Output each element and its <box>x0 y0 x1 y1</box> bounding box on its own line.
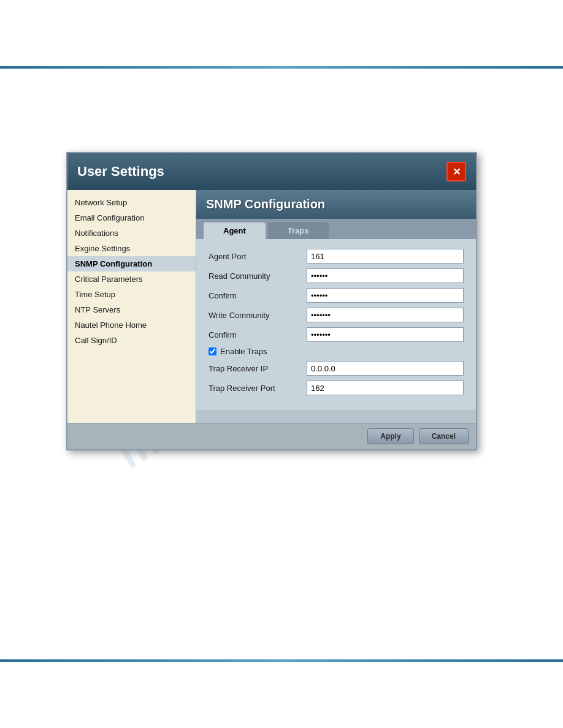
enable-traps-label[interactable]: Enable Traps <box>220 347 267 356</box>
top-decorative-bar <box>0 66 563 69</box>
tabs-row: Agent Traps <box>196 219 476 239</box>
confirm-read-label: Confirm <box>209 291 307 300</box>
dialog-body: Network Setup Email Configuration Notifi… <box>67 190 476 423</box>
read-community-input[interactable] <box>307 268 464 283</box>
sidebar-item-time-setup[interactable]: Time Setup <box>67 287 196 302</box>
sidebar: Network Setup Email Configuration Notifi… <box>67 190 196 423</box>
confirm-write-label: Confirm <box>209 330 307 339</box>
close-button[interactable]: ✕ <box>446 162 466 181</box>
sidebar-item-network-setup[interactable]: Network Setup <box>67 195 196 210</box>
sidebar-item-snmp-configuration[interactable]: SNMP Configuration <box>67 256 196 271</box>
dialog-header: User Settings ✕ <box>67 153 476 190</box>
agent-port-input[interactable] <box>307 249 464 264</box>
tab-traps[interactable]: Traps <box>268 222 329 239</box>
confirm-read-input[interactable] <box>307 288 464 303</box>
trap-receiver-port-input[interactable] <box>307 381 464 395</box>
read-community-row: Read Community <box>209 268 464 283</box>
cancel-button[interactable]: Cancel <box>419 428 469 444</box>
sidebar-item-exgine-settings[interactable]: Exgine Settings <box>67 241 196 256</box>
write-community-input[interactable] <box>307 308 464 322</box>
read-community-label: Read Community <box>209 271 307 281</box>
dialog-footer: Apply Cancel <box>67 423 476 449</box>
agent-port-row: Agent Port <box>209 249 464 264</box>
confirm-write-input[interactable] <box>307 327 464 342</box>
bottom-decorative-bar <box>0 659 563 662</box>
agent-port-label: Agent Port <box>209 252 307 261</box>
sidebar-item-ntp-servers[interactable]: NTP Servers <box>67 302 196 317</box>
sidebar-item-email-configuration[interactable]: Email Configuration <box>67 210 196 226</box>
write-community-label: Write Community <box>209 311 307 320</box>
content-title: SNMP Configuration <box>196 190 476 219</box>
sidebar-item-critical-parameters[interactable]: Critical Parameters <box>67 271 196 287</box>
trap-receiver-ip-input[interactable] <box>307 361 464 376</box>
write-community-row: Write Community <box>209 308 464 322</box>
sidebar-item-notifications[interactable]: Notifications <box>67 226 196 241</box>
trap-receiver-port-row: Trap Receiver Port <box>209 381 464 395</box>
confirm-write-row: Confirm <box>209 327 464 342</box>
trap-receiver-ip-row: Trap Receiver IP <box>209 361 464 376</box>
trap-receiver-port-label: Trap Receiver Port <box>209 384 307 393</box>
confirm-read-row: Confirm <box>209 288 464 303</box>
sidebar-item-nautel-phone-home[interactable]: Nautel Phone Home <box>67 317 196 333</box>
tab-agent[interactable]: Agent <box>204 222 266 239</box>
user-settings-dialog: User Settings ✕ Network Setup Email Conf… <box>66 152 477 450</box>
content-area: SNMP Configuration Agent Traps Agent Por… <box>196 190 476 423</box>
apply-button[interactable]: Apply <box>367 428 413 444</box>
enable-traps-row: Enable Traps <box>209 347 464 356</box>
trap-receiver-ip-label: Trap Receiver IP <box>209 364 307 373</box>
sidebar-item-call-sign-id[interactable]: Call Sign/ID <box>67 333 196 348</box>
form-area: Agent Port Read Community Confirm Write … <box>196 239 476 410</box>
enable-traps-checkbox[interactable] <box>209 347 216 355</box>
dialog-title: User Settings <box>77 164 164 180</box>
